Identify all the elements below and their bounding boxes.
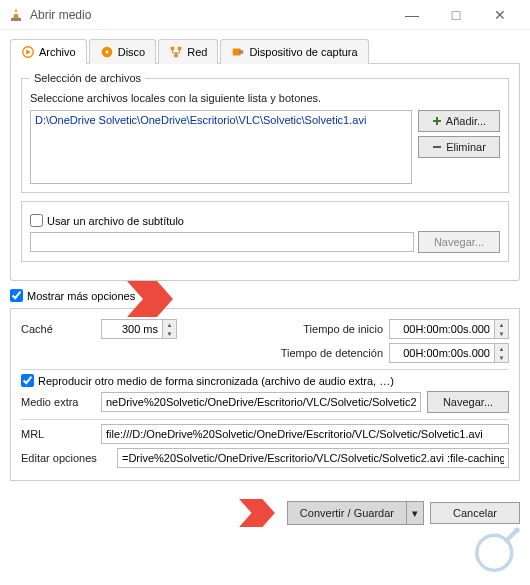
tab-panel-archivo: Selección de archivos Seleccione archivo…	[10, 64, 520, 281]
stop-down[interactable]: ▼	[495, 353, 508, 362]
window-maximize[interactable]: □	[434, 0, 478, 30]
subtitle-path-input	[30, 232, 414, 252]
add-file-label: Añadir...	[446, 115, 486, 127]
start-time-label: Tiempo de inicio	[265, 323, 383, 335]
edit-options-input[interactable]	[117, 448, 509, 468]
window-close[interactable]: ✕	[478, 0, 522, 30]
extra-media-browse-button[interactable]: Navegar...	[427, 391, 509, 413]
tab-disco[interactable]: Disco	[89, 39, 157, 64]
network-icon	[169, 45, 183, 59]
file-selection-group: Selección de archivos Seleccione archivo…	[21, 72, 509, 193]
cache-input[interactable]	[102, 320, 162, 338]
more-options-panel: Caché ▲▼ Tiempo de inicio ▲▼ Tiempo de d…	[10, 308, 520, 481]
add-file-button[interactable]: Añadir...	[418, 110, 500, 132]
cache-spinner[interactable]: ▲▼	[101, 319, 177, 339]
stop-time-label: Tiempo de detención	[265, 347, 383, 359]
svg-point-15	[514, 527, 519, 532]
bottom-bar: Convertir / Guardar ▾ Cancelar	[0, 491, 530, 527]
capture-icon	[231, 45, 245, 59]
minus-icon	[432, 142, 442, 152]
svg-marker-13	[239, 499, 275, 527]
svg-rect-8	[178, 47, 182, 51]
tab-red-label: Red	[187, 46, 207, 58]
tab-archivo-label: Archivo	[39, 46, 76, 58]
annotation-arrow-icon	[237, 499, 277, 527]
tab-disco-label: Disco	[118, 46, 146, 58]
tab-captura[interactable]: Dispositivo de captura	[220, 39, 368, 64]
file-play-icon	[21, 45, 35, 59]
cancel-button[interactable]: Cancelar	[430, 502, 520, 524]
stop-time-spinner[interactable]: ▲▼	[389, 343, 509, 363]
cache-down[interactable]: ▼	[163, 329, 176, 338]
sync-media-label: Reproducir otro medio de forma sincroniz…	[38, 375, 394, 387]
convert-save-button[interactable]: Convertir / Guardar	[287, 501, 406, 525]
plus-icon	[432, 116, 442, 126]
convert-save-splitbutton[interactable]: Convertir / Guardar ▾	[287, 501, 424, 525]
convert-save-dropdown[interactable]: ▾	[406, 501, 424, 525]
subtitle-browse-button: Navegar...	[418, 231, 500, 253]
file-list[interactable]	[30, 110, 412, 184]
mrl-label: MRL	[21, 428, 95, 440]
remove-file-button[interactable]: Eliminar	[418, 136, 500, 158]
titlebar: Abrir medio — □ ✕	[0, 0, 530, 30]
svg-rect-11	[239, 50, 243, 54]
start-down[interactable]: ▼	[495, 329, 508, 338]
cache-up[interactable]: ▲	[163, 320, 176, 329]
window-minimize[interactable]: —	[390, 0, 434, 30]
watermark-icon	[468, 523, 524, 579]
stop-time-input[interactable]	[390, 344, 494, 362]
svg-marker-4	[26, 49, 30, 54]
use-subtitle-label: Usar un archivo de subtítulo	[47, 215, 184, 227]
vlc-icon	[8, 7, 24, 23]
use-subtitle-checkbox[interactable]	[30, 214, 43, 227]
tab-bar: Archivo Disco Red Dispositivo de captura	[10, 38, 520, 64]
extra-media-label: Medio extra	[21, 396, 95, 408]
sync-media-checkbox[interactable]	[21, 374, 34, 387]
extra-media-input[interactable]	[101, 392, 421, 412]
mrl-input[interactable]	[101, 424, 509, 444]
show-more-options-checkbox[interactable]	[10, 289, 23, 302]
tab-red[interactable]: Red	[158, 39, 218, 64]
svg-point-6	[105, 50, 108, 53]
tab-captura-label: Dispositivo de captura	[249, 46, 357, 58]
start-time-spinner[interactable]: ▲▼	[389, 319, 509, 339]
file-selection-legend: Selección de archivos	[30, 72, 145, 84]
cache-label: Caché	[21, 323, 95, 335]
svg-rect-1	[13, 12, 19, 14]
window-title: Abrir medio	[30, 8, 390, 22]
remove-file-label: Eliminar	[446, 141, 486, 153]
stop-up[interactable]: ▲	[495, 344, 508, 353]
start-time-input[interactable]	[390, 320, 494, 338]
edit-options-label: Editar opciones	[21, 452, 111, 464]
start-up[interactable]: ▲	[495, 320, 508, 329]
show-more-options-label: Mostrar más opciones	[27, 290, 135, 302]
svg-rect-2	[11, 18, 21, 21]
svg-rect-7	[171, 47, 175, 51]
tab-archivo[interactable]: Archivo	[10, 39, 87, 64]
subtitle-group: Usar un archivo de subtítulo Navegar...	[21, 201, 509, 262]
file-selection-hint: Seleccione archivos locales con la sigui…	[30, 92, 500, 104]
disc-icon	[100, 45, 114, 59]
